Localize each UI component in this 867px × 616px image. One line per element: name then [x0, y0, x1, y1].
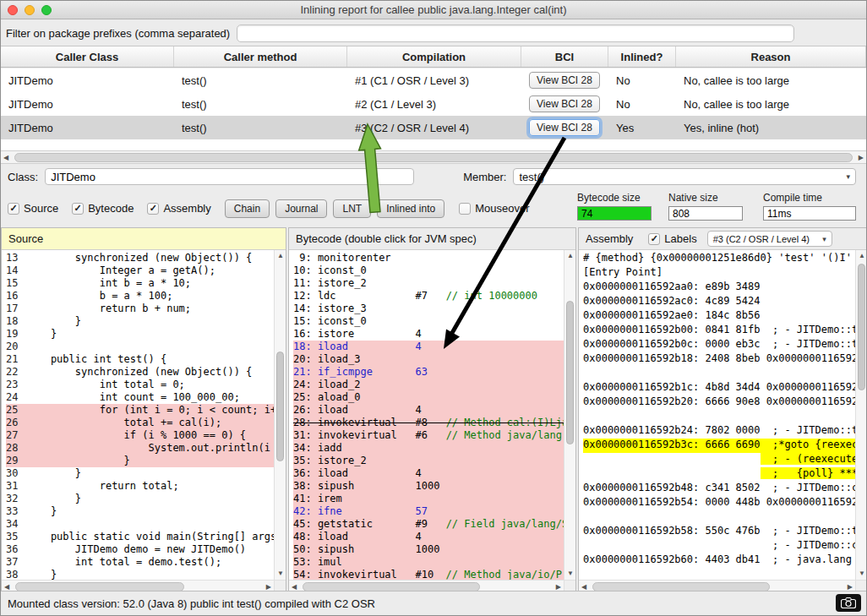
- source-panel: Source 13 synchronized (new Object()) { …: [1, 227, 286, 592]
- labels-checkbox[interactable]: ✓: [648, 233, 660, 245]
- bytecode-line: 42: ifne 57: [293, 505, 564, 518]
- bytecode-instruction: 18: iload 4: [293, 341, 422, 352]
- assembly-line: ; - (reexecute: [583, 453, 855, 467]
- column-header-caller-method[interactable]: Caller method: [174, 46, 347, 67]
- bytecode-instruction: 45: getstatic #9: [293, 518, 428, 530]
- source-vertical-scrollbar[interactable]: ▲ ▼: [274, 250, 286, 580]
- close-button[interactable]: [8, 5, 18, 15]
- scrollbar-thumb[interactable]: [858, 264, 865, 390]
- source-code-text: b = a * 100;: [26, 290, 172, 302]
- assembly-view[interactable]: # {method} {0x00000001251e86d0} 'test' '…: [579, 250, 855, 580]
- bytecode-checkbox[interactable]: ✓: [72, 203, 84, 215]
- table-row[interactable]: JITDemo test() #3 (C2 / OSR / Level 4) V…: [1, 116, 866, 139]
- bytecode-instruction: 12: ldc #7: [293, 290, 428, 302]
- column-header-compilation[interactable]: Compilation: [347, 46, 521, 67]
- journal-button[interactable]: Journal: [275, 199, 327, 218]
- scroll-left-arrow-icon[interactable]: ◀: [4, 584, 9, 591]
- mouseover-checkbox[interactable]: ✓: [459, 203, 471, 215]
- bytecode-instruction: 48: iload 4: [293, 531, 422, 542]
- assembly-checkbox[interactable]: ✓: [147, 203, 159, 215]
- chain-button[interactable]: Chain: [225, 199, 270, 218]
- minimize-button[interactable]: [25, 5, 35, 15]
- source-checkbox[interactable]: ✓: [8, 203, 19, 215]
- table-horizontal-scrollbar[interactable]: ◀ ▶: [1, 150, 866, 164]
- scroll-up-arrow-icon[interactable]: ▲: [567, 253, 574, 259]
- bytecode-vertical-scrollbar[interactable]: ▲ ▼: [564, 250, 575, 580]
- check-icon: ✓: [9, 203, 17, 214]
- assembly-vertical-scrollbar[interactable]: ▲ ▼: [855, 250, 867, 580]
- scrollbar-thumb[interactable]: [566, 301, 574, 444]
- scrollbar-corner: [855, 580, 867, 591]
- column-header-reason[interactable]: Reason: [676, 46, 866, 67]
- source-code-text: }: [26, 493, 81, 504]
- line-number: 36: [6, 543, 26, 556]
- bytecode-horizontal-scrollbar[interactable]: ◀ ▶: [289, 580, 564, 591]
- class-label: Class:: [8, 171, 38, 183]
- maximize-button[interactable]: [41, 5, 52, 15]
- scroll-up-arrow-icon[interactable]: ▲: [277, 253, 284, 259]
- scroll-left-arrow-icon[interactable]: ◀: [292, 584, 297, 591]
- source-code-text: total += cal(i);: [26, 417, 221, 428]
- bytecode-line: 10: iconst_0: [293, 264, 564, 277]
- check-icon: ✓: [150, 203, 157, 214]
- scroll-right-arrow-icon[interactable]: ▶: [859, 155, 864, 161]
- scrollbar-thumb[interactable]: [14, 153, 853, 162]
- inlined-into-button[interactable]: Inlined into: [377, 199, 444, 218]
- scroll-down-arrow-icon[interactable]: ▼: [277, 570, 284, 577]
- bytecode-instruction: 53: imul: [293, 556, 342, 568]
- column-header-inlined[interactable]: Inlined?: [608, 46, 676, 67]
- view-bci-button[interactable]: View BCI 28: [529, 72, 600, 89]
- scroll-down-arrow-icon[interactable]: ▼: [859, 570, 865, 577]
- assembly-code: 0x0000000116592b58: 550c 476b: [583, 525, 761, 537]
- assembly-horizontal-scrollbar[interactable]: ◀ ▶: [579, 580, 855, 591]
- source-code-text: if (i % 1000 == 0) {: [26, 429, 246, 441]
- bytecode-checkbox-label: Bytecode: [88, 202, 134, 215]
- column-header-bci[interactable]: BCI: [521, 46, 608, 67]
- bytecode-panel-header: Bytecode (double click for JVM spec): [289, 228, 575, 250]
- scroll-right-arrow-icon[interactable]: ▶: [556, 584, 561, 591]
- scroll-left-arrow-icon[interactable]: ◀: [3, 155, 8, 161]
- bytecode-view[interactable]: 9: monitorenter 10: iconst_0 11: istore_…: [289, 250, 564, 580]
- member-select[interactable]: test() ▾: [513, 168, 856, 185]
- assembly-panel-header: Assembly ✓ Labels #3 (C2 / OSR / Level 4…: [579, 228, 867, 250]
- scroll-right-arrow-icon[interactable]: ▶: [266, 584, 271, 591]
- assembly-line: [583, 510, 855, 525]
- scroll-up-arrow-icon[interactable]: ▲: [859, 253, 865, 259]
- source-code-view[interactable]: 13 synchronized (new Object()) { 14 Inte…: [2, 250, 274, 580]
- source-line: 19 }: [6, 328, 274, 341]
- scrollbar-corner: [564, 580, 575, 591]
- assembly-line: 0x0000000116592b1c: 4b8d 34d4 0x00000001…: [583, 381, 855, 395]
- assembly-comment: ;*goto {reexec: [761, 439, 855, 450]
- screenshot-camera-icon[interactable]: [836, 594, 861, 612]
- cell-bci: View BCI 28: [521, 68, 608, 92]
- assembly-line: 0x0000000116592ac0: 4c89 5424: [583, 295, 855, 309]
- assembly-code: 0x0000000116592b48: c341 8502: [583, 482, 761, 493]
- column-header-caller-class[interactable]: Caller Class: [1, 46, 174, 67]
- package-filter-input[interactable]: [237, 25, 794, 42]
- source-line: 26 total += cal(i);: [6, 417, 274, 429]
- bytecode-size-stat: Bytecode size 74: [577, 192, 652, 221]
- scrollbar-thumb[interactable]: [276, 352, 284, 461]
- scroll-down-arrow-icon[interactable]: ▼: [567, 570, 574, 577]
- compilation-select-value: #3 (C2 / OSR / Level 4): [713, 234, 810, 244]
- assembly-comment: ; {poll} ***: [761, 467, 855, 479]
- table-row[interactable]: JITDemo test() #2 (C1 / Level 3) View BC…: [1, 92, 866, 116]
- class-input[interactable]: [45, 168, 414, 185]
- compilation-select[interactable]: #3 (C2 / OSR / Level 4) ▾: [707, 231, 832, 247]
- line-number: 34: [6, 518, 26, 531]
- scroll-right-arrow-icon[interactable]: ▶: [848, 584, 853, 591]
- table-row[interactable]: JITDemo test() #1 (C1 / OSR / Level 3) V…: [1, 68, 866, 92]
- labels-checkbox-label: Labels: [664, 232, 696, 245]
- view-toolbar: ✓ Source ✓ Bytecode ✓ Assembly Chain Jou…: [1, 189, 866, 227]
- view-bci-button[interactable]: View BCI 28: [529, 95, 600, 112]
- source-line: 27 if (i % 1000 == 0) {: [6, 429, 274, 442]
- native-size-label: Native size: [668, 192, 743, 204]
- view-bci-button[interactable]: View BCI 28: [529, 119, 600, 136]
- assembly-line: 0x0000000116592aa0: e89b 3489: [583, 281, 855, 295]
- source-line: 30 }: [6, 467, 274, 480]
- bytecode-instruction: 34: iadd: [293, 442, 342, 454]
- scroll-left-arrow-icon[interactable]: ◀: [581, 584, 586, 591]
- lnt-button[interactable]: LNT: [333, 199, 371, 218]
- source-horizontal-scrollbar[interactable]: ◀ ▶: [2, 580, 274, 591]
- cell-inlined: No: [608, 68, 676, 92]
